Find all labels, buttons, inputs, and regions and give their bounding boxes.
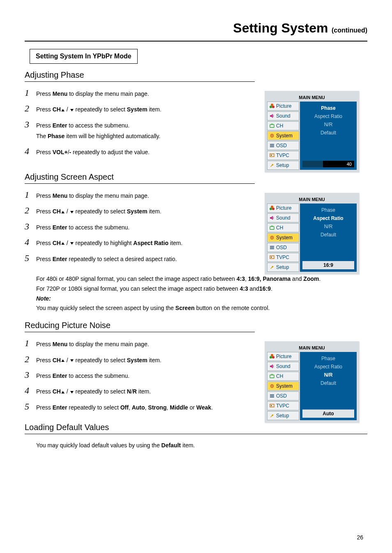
step-number: 3 <box>25 222 36 231</box>
osd-item-ch: CH <box>267 223 299 232</box>
osd-item-osd: OSD <box>267 391 299 400</box>
osd-option-default: Default <box>300 231 357 239</box>
osd-item-sound: Sound <box>267 213 299 222</box>
step-number: 2 <box>25 104 36 113</box>
step-row: 2 Press CH / repeatedly to select System… <box>25 206 255 216</box>
sound-icon <box>269 215 275 221</box>
gear-icon <box>269 133 275 139</box>
svg-point-22 <box>271 354 273 356</box>
osd-item-system: System <box>267 233 299 242</box>
section-divider <box>25 81 255 82</box>
osd-value: 16:9 <box>302 261 354 269</box>
step-row: 1 Press Menu to display the menu main pa… <box>25 88 255 98</box>
svg-point-24 <box>272 356 274 359</box>
svg-rect-17 <box>270 246 274 247</box>
gear-icon <box>269 235 275 241</box>
osd-item-sound: Sound <box>267 111 299 120</box>
step-row: 3 Press Enter to access the submenu. <box>25 222 255 232</box>
step-text: Press Menu to display the menu main page… <box>36 190 149 200</box>
step-row: 5 Press Enter repeatedly to select a des… <box>25 254 255 264</box>
osd-item-tvpc: TVPC <box>267 151 299 160</box>
osd-item-picture: Picture <box>267 352 299 361</box>
svg-rect-25 <box>270 375 274 378</box>
wrench-icon <box>269 264 275 270</box>
step-row: 3 Press Enter to access the submenu. The… <box>25 120 255 141</box>
list-icon <box>269 393 275 399</box>
svg-rect-18 <box>270 247 274 248</box>
osd-item-osd: OSD <box>267 141 299 150</box>
tvpc-icon <box>269 153 275 158</box>
step-number: 2 <box>25 355 36 364</box>
sound-icon <box>269 363 275 369</box>
page-header: Setting System (continued) <box>25 21 367 36</box>
osd-option-aspect: Aspect Ratio <box>300 112 357 120</box>
step-text: Press Enter to access the submenu. <box>36 370 129 380</box>
svg-rect-28 <box>270 394 274 395</box>
picture-icon <box>269 354 275 359</box>
osd-item-ch: CH <box>267 121 299 130</box>
sound-icon <box>269 113 275 119</box>
svg-rect-3 <box>270 125 274 127</box>
step-number: 1 <box>25 339 36 348</box>
step-text: Press Enter repeatedly to select a desir… <box>36 254 177 264</box>
arrow-down-icon <box>70 109 74 111</box>
osd-item-tvpc: TVPC <box>267 253 299 262</box>
tv-icon <box>269 225 275 231</box>
list-icon <box>269 143 275 148</box>
step-text: Press Menu to display the menu main page… <box>36 88 149 98</box>
osd-value-bar: 40 <box>302 161 354 167</box>
tvpc-icon <box>269 403 275 409</box>
svg-point-12 <box>270 208 272 210</box>
arrow-up-icon <box>61 391 65 393</box>
step-number: 5 <box>25 402 36 411</box>
step-number: 1 <box>25 190 36 199</box>
osd-item-system: System <box>267 131 299 140</box>
step-row: 1 Press Menu to display the menu main pa… <box>25 190 255 200</box>
wrench-icon <box>269 413 275 419</box>
svg-rect-29 <box>270 396 274 396</box>
osd-value: Auto <box>302 410 354 418</box>
mode-heading-box: Setting System In YPbPr Mode <box>30 49 138 64</box>
page-number: 26 <box>357 534 363 541</box>
step-text: Press Enter to access the submenu. <box>36 222 129 232</box>
osd-title: MAIN MENU <box>267 195 357 204</box>
header-divider <box>25 41 367 42</box>
svg-point-13 <box>272 208 274 210</box>
svg-rect-7 <box>270 145 274 146</box>
step-number: 3 <box>25 120 36 129</box>
osd-option-nr: N/R <box>300 222 357 231</box>
arrow-down-icon <box>70 359 74 362</box>
osd-title: MAIN MENU <box>267 344 357 352</box>
section-title-aspect: Adjusting Screen Aspect <box>25 172 367 182</box>
step-number: 4 <box>25 238 36 247</box>
section-divider <box>25 332 255 332</box>
osd-item-tvpc: TVPC <box>267 401 299 410</box>
arrow-down-icon <box>70 242 74 245</box>
osd-option-default: Default <box>300 129 357 137</box>
svg-rect-21 <box>271 257 272 258</box>
arrow-up-icon <box>61 109 65 111</box>
osd-menu-phase: MAIN MENU Picture Sound CH <box>265 91 359 172</box>
svg-point-11 <box>271 206 273 208</box>
osd-option-nr: N/R <box>300 371 357 379</box>
step-text: Press Enter repeatedly to select Off, Au… <box>36 402 213 412</box>
svg-rect-30 <box>270 397 274 398</box>
tv-icon <box>269 373 275 379</box>
step-text: Press CH / repeatedly to select N/R item… <box>36 386 151 396</box>
svg-rect-10 <box>271 155 272 156</box>
step-number: 5 <box>25 254 36 263</box>
osd-item-system: System <box>267 382 299 391</box>
svg-point-0 <box>271 104 273 106</box>
step-row: 2 Press CH / repeatedly to select System… <box>25 104 255 114</box>
osd-item-ch: CH <box>267 372 299 381</box>
gear-icon <box>269 383 275 389</box>
osd-option-nr: N/R <box>300 120 357 129</box>
step-row: 4 Press CH / repeatedly to highlight Asp… <box>25 238 255 248</box>
osd-option-phase: Phase <box>300 354 357 363</box>
svg-point-23 <box>270 356 272 359</box>
osd-option-phase: Phase <box>300 206 357 214</box>
svg-rect-14 <box>270 227 274 229</box>
wrench-icon <box>269 162 275 168</box>
step-row: 5 Press Enter repeatedly to select Off, … <box>25 402 255 412</box>
osd-item-sound: Sound <box>267 362 299 371</box>
